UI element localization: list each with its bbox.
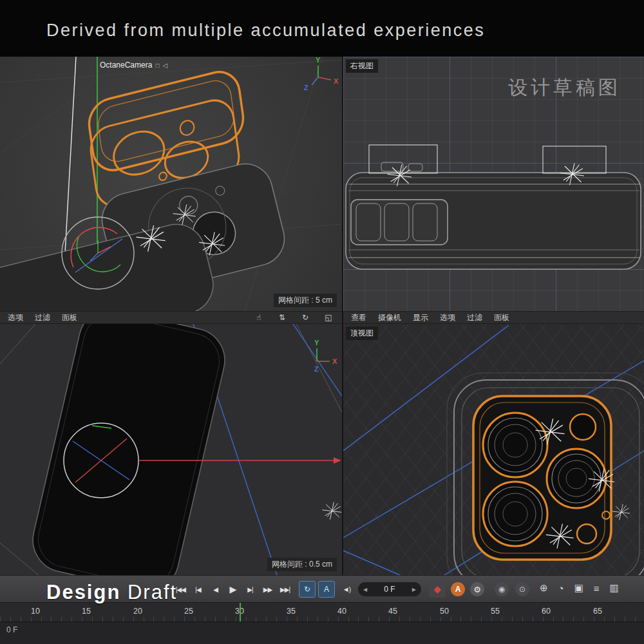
timeline-tick: 35 bbox=[287, 607, 296, 616]
sound-toggle-icon[interactable]: ◄) bbox=[337, 585, 355, 593]
viewport-toolbar-left: 选项 过滤 面板 ☝ ⇅ ↻ ◱ bbox=[0, 311, 342, 324]
axis-y-label: Y bbox=[316, 57, 321, 64]
menu-filter[interactable]: 过滤 bbox=[467, 312, 482, 323]
camera-solo-icon[interactable]: ◁ bbox=[162, 62, 167, 69]
phone-back-silhouette bbox=[26, 324, 231, 575]
axis-z-label: Z bbox=[314, 365, 319, 373]
frame-decrement-icon[interactable]: ◀ bbox=[363, 587, 367, 592]
prev-key-button[interactable]: |◀ bbox=[190, 581, 206, 598]
axis-x-label: X bbox=[334, 77, 339, 85]
right-tools-group: ⊕ ◔ ▣ ≡ ▥ bbox=[540, 582, 619, 594]
menu-filter[interactable]: 过滤 bbox=[35, 312, 50, 323]
app-window: Derived from multiple accumulated experi… bbox=[0, 0, 644, 644]
menu-display[interactable]: 显示 bbox=[413, 312, 428, 323]
next-key-button[interactable]: ▶▶ bbox=[260, 581, 276, 598]
viewport-top-view[interactable]: 顶视图 bbox=[343, 324, 644, 575]
menu-panel[interactable]: 面板 bbox=[62, 312, 77, 323]
transport-controls: |◀◀ |◀ ◀ ▶ ▶| ▶▶ ▶▶| bbox=[173, 581, 293, 598]
sketch-star bbox=[612, 504, 630, 520]
phone-side-wireframe bbox=[346, 162, 641, 269]
watermark-design-draft: Design Draft bbox=[46, 581, 177, 604]
perspective-canvas: Y X Z bbox=[0, 57, 342, 311]
timeline-tick: 65 bbox=[593, 607, 602, 616]
hand-tool-icon[interactable]: ☝ bbox=[253, 313, 265, 322]
timeline-tick: 20 bbox=[133, 607, 142, 616]
grid-icon[interactable]: ▥ bbox=[610, 582, 619, 594]
watermark-design: Design bbox=[46, 581, 120, 603]
keyframe-diamond-icon: ◆ bbox=[433, 583, 441, 595]
camera-window-icon[interactable]: □ bbox=[155, 62, 159, 69]
flash-circle bbox=[570, 414, 596, 440]
keyframe-group: ◆ A ⚙ bbox=[429, 581, 484, 598]
rotate-tool-icon[interactable]: ◔ bbox=[558, 583, 564, 594]
viewport-perspective[interactable]: Y X Z OctaneCamera □ ◁ 网格间距 : 5 cm bbox=[0, 57, 342, 311]
viewport-toolbar-right: 查看 摄像机 显示 选项 过滤 面板 bbox=[343, 311, 644, 324]
playback-mode-group: ↻ A ◄) bbox=[299, 581, 355, 598]
timeline-tick: 55 bbox=[491, 607, 500, 616]
lens-2 bbox=[483, 482, 547, 546]
lens-3 bbox=[547, 449, 606, 508]
timeline-tick: 45 bbox=[388, 607, 397, 616]
record-keyframe-button[interactable]: ◆ bbox=[429, 581, 446, 598]
timeline-tick: 50 bbox=[440, 607, 449, 616]
viewport-right-view[interactable]: 右视图 设计草稿图 bbox=[343, 57, 644, 311]
top-banner: Derived from multiple accumulated experi… bbox=[0, 0, 644, 57]
prev-frame-button[interactable]: ◀ bbox=[207, 581, 223, 598]
timeline-tick: 10 bbox=[31, 607, 40, 616]
menu-options[interactable]: 选项 bbox=[8, 312, 23, 323]
play-button[interactable]: ▶ bbox=[225, 581, 241, 598]
timeline-tick: 40 bbox=[337, 607, 346, 616]
camera-label[interactable]: OctaneCamera □ ◁ bbox=[100, 61, 167, 70]
top-view-canvas bbox=[343, 324, 644, 575]
menu-options[interactable]: 选项 bbox=[440, 312, 455, 323]
axis-y-label: Y bbox=[314, 339, 319, 346]
grid-spacing-badge: 网格间距 : 5 cm bbox=[274, 294, 337, 307]
watermark-draft: Draft bbox=[128, 581, 177, 603]
frame-value: 0 F bbox=[384, 585, 395, 594]
axis-x-label: X bbox=[332, 357, 337, 365]
next-frame-button[interactable]: ▶| bbox=[242, 581, 258, 598]
playhead-marker[interactable] bbox=[240, 603, 241, 622]
timeline-ruler[interactable]: 10 15 20 25 30 35 40 45 50 55 60 65 bbox=[0, 602, 644, 621]
record-toggle-group: ◉ ⊙ bbox=[495, 582, 529, 596]
loop-mode-button[interactable]: ↻ bbox=[299, 581, 316, 598]
menu-panel[interactable]: 面板 bbox=[494, 312, 509, 323]
maximize-view-icon[interactable]: ◱ bbox=[323, 313, 334, 322]
move-tool-icon[interactable]: ⊕ bbox=[540, 582, 548, 594]
record-position-button[interactable]: ◉ bbox=[495, 582, 509, 596]
gear-icon: ⚙ bbox=[473, 585, 481, 594]
window-tool-icon[interactable]: ▣ bbox=[574, 582, 583, 594]
pan-tool-icon[interactable]: ⇅ bbox=[276, 313, 288, 322]
menu-view[interactable]: 查看 bbox=[351, 312, 366, 323]
camera-module-wireframe bbox=[473, 396, 611, 560]
camera-name: OctaneCamera bbox=[100, 61, 152, 70]
axis-z-label: Z bbox=[304, 84, 308, 91]
design-draft-caption-cn: 设计草稿图 bbox=[508, 75, 621, 101]
viewport-back-view[interactable]: Y X Z 网格间距 : 0.5 cm bbox=[0, 324, 342, 575]
banner-title: Derived from multiple accumulated experi… bbox=[46, 21, 485, 41]
timeline-tick: 60 bbox=[542, 607, 551, 616]
lens-1 bbox=[483, 413, 547, 477]
viewport-name-badge[interactable]: 顶视图 bbox=[346, 327, 378, 340]
timeline-tick: 15 bbox=[82, 607, 91, 616]
grid-spacing-badge: 网格间距 : 0.5 cm bbox=[267, 558, 337, 571]
frame-increment-icon[interactable]: ▶ bbox=[412, 587, 416, 592]
axis-gizmo: Y X Z bbox=[314, 339, 337, 373]
layers-icon[interactable]: ≡ bbox=[594, 583, 600, 594]
back-view-canvas: Y X Z bbox=[0, 324, 342, 575]
autokeying-button[interactable]: A bbox=[451, 582, 465, 596]
keying-settings-button[interactable]: ⚙ bbox=[470, 582, 484, 596]
goto-end-button[interactable]: ▶▶| bbox=[277, 581, 293, 598]
timeline-tick: 25 bbox=[184, 607, 193, 616]
menu-camera[interactable]: 摄像机 bbox=[378, 312, 401, 323]
bottom-strip: 0 F bbox=[0, 621, 644, 644]
record-rotation-button[interactable]: ⊙ bbox=[515, 582, 529, 596]
autokey-mode-button[interactable]: A bbox=[318, 581, 335, 598]
viewport-name-badge[interactable]: 右视图 bbox=[346, 59, 378, 73]
frame-field[interactable]: ◀ 0 F ▶ bbox=[358, 582, 421, 596]
rotate-view-icon[interactable]: ↻ bbox=[299, 313, 311, 322]
current-frame-label: 0 F bbox=[6, 625, 17, 634]
sketch-star bbox=[322, 502, 341, 520]
